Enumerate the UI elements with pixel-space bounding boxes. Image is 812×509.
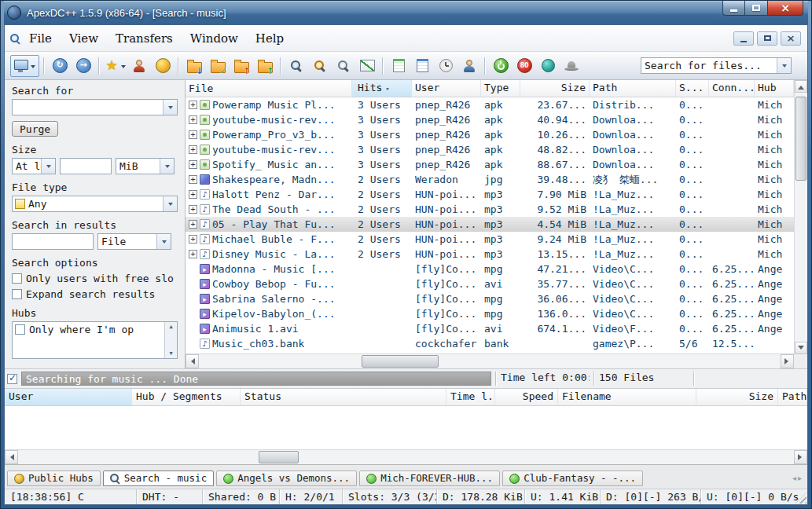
menu-file[interactable]: File — [20, 28, 61, 49]
mdi-restore-button[interactable] — [757, 31, 777, 46]
download-queue-button[interactable] — [183, 55, 205, 77]
results-column-size[interactable]: Size — [520, 80, 590, 97]
adl-search-button[interactable] — [309, 55, 331, 77]
results-column-hub[interactable]: Hub — [755, 80, 794, 97]
waiting-users-button[interactable] — [230, 55, 252, 77]
hub-list-item[interactable]: Only where I'm op — [15, 324, 162, 335]
results-column-hits[interactable]: Hits — [352, 80, 412, 97]
scroll-right-icon[interactable] — [794, 450, 807, 464]
search-spy-button[interactable] — [333, 55, 355, 77]
results-column-conn[interactable]: Conn... — [709, 80, 755, 97]
transfers-column-user[interactable]: User — [5, 389, 132, 405]
transfers-column-speed[interactable]: Speed — [495, 389, 558, 405]
result-row[interactable]: +Disney Music - La...2 UsersHUN-poi...mp… — [186, 247, 794, 262]
results-column-slots[interactable]: S... — [676, 80, 709, 97]
maximize-button[interactable] — [745, 1, 767, 16]
option-only-free-slots[interactable]: Only users with free slo — [12, 273, 178, 284]
expand-icon[interactable]: + — [189, 220, 197, 229]
result-row[interactable]: Music_ch03.bankcockchaferbankgamez\P...5… — [186, 336, 794, 351]
size-input[interactable] — [60, 158, 112, 174]
transfers-column-path[interactable]: Path — [778, 389, 807, 405]
tab-search-music[interactable]: Search - music — [103, 471, 214, 486]
tab-club-fantasy[interactable]: Club-Fantasy - -... — [502, 471, 643, 486]
scroll-right-icon[interactable] — [781, 354, 794, 368]
expand-icon[interactable]: + — [189, 115, 197, 124]
file-type-combo[interactable]: Any — [12, 196, 178, 212]
away-button[interactable] — [435, 55, 457, 77]
result-row[interactable]: +Halott Penz - Dar...2 UsersHUN-poi...mp… — [186, 187, 794, 202]
transfers-column-filename[interactable]: Filename — [558, 389, 696, 405]
result-row[interactable]: +Shakespeare, Madn...2 UsersWeradonjpg39… — [186, 172, 794, 187]
hubs-list[interactable]: Only where I'm op ▲▼ — [12, 321, 178, 359]
result-row[interactable]: +youtube-music-rev...3 Userspnep_R426apk… — [186, 112, 794, 127]
result-row[interactable]: Cowboy Bebop - Fu...[fly]Co...avi35.77..… — [186, 276, 794, 291]
search-in-mode-combo[interactable]: File — [97, 233, 171, 250]
tab-scroll-arrows[interactable]: ◂▸ — [789, 471, 805, 486]
reconnect-button[interactable] — [49, 55, 71, 77]
expand-icon[interactable]: + — [189, 235, 197, 244]
settings-button[interactable] — [537, 55, 559, 77]
incognito-button[interactable] — [560, 55, 582, 77]
expand-results-checkbox[interactable] — [12, 289, 22, 299]
expand-icon[interactable]: + — [189, 190, 197, 199]
scroll-down-icon[interactable]: ▼ — [169, 350, 172, 357]
close-button[interactable]: × — [767, 1, 803, 16]
speed-limiter-button[interactable] — [513, 55, 535, 77]
results-hscrollbar[interactable] — [186, 353, 794, 368]
notepad-button[interactable] — [388, 55, 410, 77]
search-in-results-input[interactable] — [12, 233, 94, 250]
result-row[interactable]: +youtube-music-rev...3 Userspnep_R426apk… — [186, 142, 794, 157]
child-window-icon[interactable] — [9, 33, 20, 44]
tab-scroll-right-icon[interactable]: ▸ — [798, 471, 802, 486]
expand-icon[interactable]: + — [189, 160, 197, 169]
results-column-file[interactable]: File — [186, 80, 352, 97]
favorite-users-button[interactable] — [128, 55, 150, 77]
transfers-column-size[interactable]: Size — [696, 389, 778, 405]
result-row[interactable]: Kipelov-Babylon_(...[fly]Co...mpg136.0..… — [186, 306, 794, 321]
scroll-up-icon[interactable]: ▲ — [169, 324, 172, 330]
expand-icon[interactable]: + — [189, 250, 197, 258]
expand-icon[interactable]: + — [189, 175, 197, 184]
hscroll-thumb[interactable] — [362, 355, 439, 368]
result-row[interactable]: Sabrina Salerno -...[fly]Co...mpg36.06..… — [186, 291, 794, 306]
result-row[interactable]: Animusic 1.avi[fly]Co...avi674.1...Video… — [186, 321, 794, 336]
scroll-left-icon[interactable] — [5, 450, 18, 464]
free-slots-checkbox[interactable] — [12, 273, 22, 284]
public-hubs-button[interactable] — [152, 55, 174, 77]
network-stats-button[interactable] — [356, 55, 378, 77]
search-for-combo[interactable] — [12, 99, 178, 115]
hscroll-track[interactable] — [199, 354, 781, 368]
result-row[interactable]: +05 - Play That Fu...2 UsersHUN-poi...mp… — [186, 217, 794, 232]
favorite-hubs-button[interactable] — [104, 55, 127, 77]
hubs-list-scrollbar[interactable]: ▲▼ — [164, 322, 177, 358]
follow-redirect-button[interactable] — [72, 55, 94, 77]
toolbar-search-combo[interactable]: Search for files... — [641, 57, 792, 74]
results-vscrollbar[interactable] — [794, 80, 807, 354]
size-mode-combo[interactable]: At le — [12, 158, 56, 174]
transfers-hscrollbar[interactable] — [5, 449, 807, 464]
tab-mich-forever-hub[interactable]: Mich-FOREVER-HUB... — [359, 471, 500, 486]
menu-view[interactable]: View — [61, 28, 107, 49]
result-row[interactable]: Madonna - Music [...[fly]Co...mpg47.21..… — [186, 262, 794, 276]
mdi-close-button[interactable]: × — [781, 31, 801, 46]
result-row[interactable]: +Poweramp Music Pl...3 Userspnep_R426apk… — [186, 97, 794, 112]
tab-scroll-left-icon[interactable]: ◂ — [792, 471, 796, 486]
hscroll-thumb[interactable] — [259, 451, 299, 463]
expand-icon[interactable]: + — [189, 130, 197, 139]
menu-transfers[interactable]: Transfers — [107, 28, 182, 49]
results-column-type[interactable]: Type — [481, 80, 520, 97]
mdi-minimize-button[interactable] — [733, 31, 754, 46]
quick-connect-button[interactable] — [10, 55, 39, 77]
system-log-button[interactable] — [411, 55, 433, 77]
result-row[interactable]: +The Dead South - ...2 UsersHUN-poi...mp… — [186, 202, 794, 217]
finished-downloads-button[interactable] — [207, 55, 229, 77]
result-row[interactable]: +Michael Buble - F...2 UsersHUN-poi...mp… — [186, 232, 794, 247]
expand-icon[interactable]: + — [189, 205, 197, 214]
scroll-left-icon[interactable] — [186, 354, 199, 368]
transfers-column-status[interactable]: Status — [241, 389, 446, 405]
search-button[interactable] — [285, 55, 307, 77]
hub-checkbox[interactable] — [15, 324, 25, 335]
option-expand-results[interactable]: Expand search results — [12, 288, 178, 300]
hscroll-track[interactable] — [18, 450, 794, 464]
vscroll-thumb[interactable] — [795, 97, 806, 181]
